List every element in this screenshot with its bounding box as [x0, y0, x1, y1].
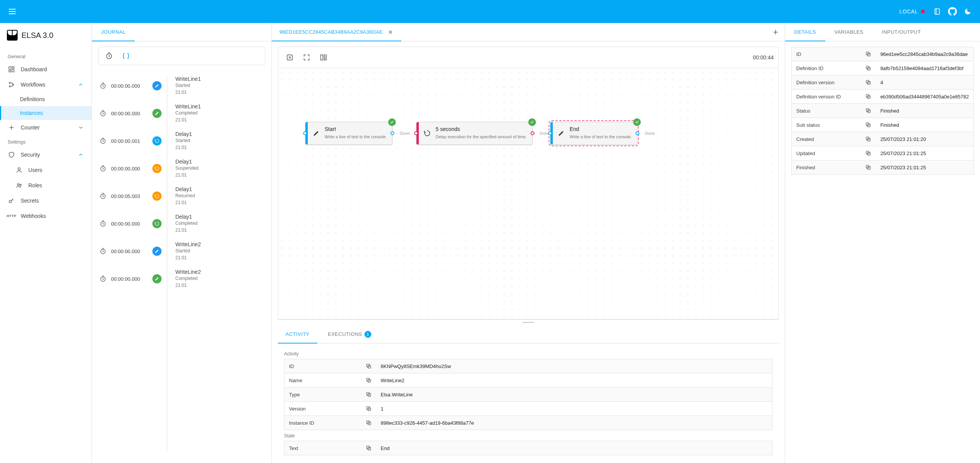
copy-button[interactable] — [361, 441, 376, 455]
sidebar-item-workflows[interactable]: Workflows — [0, 77, 91, 92]
kv-value: 25/07/2023 21:01:25 — [876, 160, 974, 175]
copy-button[interactable] — [361, 416, 376, 430]
journal-brackets-button[interactable] — [118, 48, 134, 64]
sidebar-item-definitions[interactable]: Definitions — [0, 92, 91, 106]
kv-value: Finished — [876, 118, 974, 132]
node-port-in[interactable] — [303, 131, 307, 135]
copy-button[interactable] — [361, 388, 376, 402]
auto-layout-button[interactable] — [317, 51, 330, 64]
tab-label: INPUT/OUTPUT — [882, 29, 921, 35]
kv-table: Text End — [284, 441, 773, 455]
node-port-out[interactable] — [635, 131, 639, 135]
add-tab-button[interactable] — [766, 23, 785, 41]
journal-row[interactable]: 00:00:00.000 WriteLine1 Started 21:01 — [92, 72, 271, 100]
theme-toggle[interactable] — [960, 4, 975, 19]
section-label: Activity — [284, 351, 773, 357]
journal-timer-button[interactable] — [101, 48, 117, 64]
tab-variables[interactable]: VARIABLES — [825, 23, 873, 41]
node-check-icon — [388, 118, 396, 126]
tab-details[interactable]: DETAILS — [785, 23, 825, 41]
journal-list[interactable]: 00:00:00.000 WriteLine1 Started 21:01 00… — [92, 65, 271, 463]
sidebar-item-dashboard[interactable]: Dashboard — [0, 62, 91, 77]
journal-status: Completed — [175, 220, 198, 227]
copy-button[interactable] — [861, 104, 876, 118]
journal-text: Delay1 Suspended 21:01 — [175, 159, 199, 178]
sidebar-item-roles[interactable]: Roles — [0, 178, 91, 193]
canvas-tabbar: 96ED1EE5CC2845CAB34B9AA2C9A36DAE — [272, 23, 785, 41]
activity-panel: ACTIVITY EXECUTIONS 1 Activity ID 8KNPwQ… — [278, 319, 779, 463]
copy-button[interactable] — [861, 75, 876, 90]
copy-button[interactable] — [861, 47, 876, 61]
journal-text: WriteLine1 Completed 21:01 — [175, 103, 201, 123]
table-row: Definition ID 8afb7b52159e4094aad1716af3… — [792, 61, 974, 75]
timeline-line — [167, 77, 167, 452]
sidebar-item-counter[interactable]: Counter — [0, 120, 91, 135]
copy-button[interactable] — [861, 132, 876, 146]
node-port-out[interactable] — [390, 131, 394, 135]
journal-row[interactable]: 00:00:00.001 Delay1 Started 21:01 — [92, 127, 271, 155]
menu-button[interactable] — [5, 4, 20, 19]
kv-key: ID — [792, 47, 861, 61]
timer-icon — [100, 193, 106, 200]
journal-title: Delay1 — [175, 131, 192, 137]
tab-journal[interactable]: JOURNAL — [92, 23, 135, 41]
timer-icon — [100, 275, 106, 282]
fullscreen-button[interactable] — [300, 51, 314, 64]
canvas-tab[interactable]: 96ED1EE5CC2845CAB34B9AA2C9A36DAE — [272, 23, 401, 41]
journal-row[interactable]: 00:00:00.000 WriteLine2 Started 21:01 — [92, 237, 271, 265]
environment-indicator[interactable]: LOCAL — [900, 8, 925, 15]
workflow-icon — [8, 81, 15, 88]
sidebar-item-webhooks[interactable]: HTTP Webhooks — [0, 208, 91, 224]
table-row: Definition version 4 — [792, 75, 974, 90]
sidebar-item-users[interactable]: Users — [0, 162, 91, 178]
docs-button[interactable] — [929, 4, 945, 19]
copy-button[interactable] — [861, 90, 876, 104]
workflow-node[interactable]: Start Write a line of text to the consol… — [305, 122, 392, 145]
copy-button[interactable] — [361, 373, 376, 388]
journal-time: 21:01 — [175, 282, 201, 289]
zoom-fit-button[interactable] — [283, 51, 297, 64]
close-icon[interactable] — [387, 29, 394, 35]
kv-key: Definition version ID — [792, 90, 861, 104]
sidebar-item-label: Webhooks — [21, 213, 46, 219]
workflow-node[interactable]: 5 seconds Delay execution for the specif… — [416, 122, 532, 145]
copy-button[interactable] — [861, 61, 876, 75]
kv-key: Type — [284, 388, 361, 402]
panel-drag-handle[interactable] — [278, 320, 779, 325]
journal-row[interactable]: 00:00:00.000 WriteLine2 Completed 21:01 — [92, 265, 271, 293]
user-icon — [15, 166, 23, 174]
journal-row[interactable]: 00:00:00.000 WriteLine1 Completed 21:01 — [92, 100, 271, 127]
node-port-out[interactable] — [531, 131, 534, 135]
copy-button[interactable] — [861, 146, 876, 160]
tab-input-output[interactable]: INPUT/OUTPUT — [873, 23, 930, 41]
table-row: Sub status Finished — [792, 118, 974, 132]
table-row: Finished 25/07/2023 21:01:25 — [792, 160, 974, 175]
copy-button[interactable] — [361, 359, 376, 373]
sidebar-item-security[interactable]: Security — [0, 147, 91, 162]
tab-activity[interactable]: ACTIVITY — [278, 325, 317, 343]
kv-value: 898ec333-c926-4457-ad19-6ba43f88a77e — [376, 416, 773, 430]
copy-button[interactable] — [861, 160, 876, 175]
canvas-tab-title: 96ED1EE5CC2845CAB34B9AA2C9A36DAE — [279, 29, 383, 35]
node-port-in[interactable] — [548, 131, 552, 135]
timer-icon — [100, 248, 106, 255]
journal-row[interactable]: 00:00:00.000 Delay1 Completed 21:01 — [92, 210, 271, 237]
journal-row[interactable]: 00:00:05.003 Delay1 Resumed 21:01 — [92, 182, 271, 210]
journal-timestamp: 00:00:00.000 — [111, 221, 148, 227]
workflow-node[interactable]: End Write a line of text to the console.… — [550, 122, 637, 145]
sidebar-item-secrets[interactable]: Secrets — [0, 193, 91, 208]
node-port-in[interactable] — [414, 131, 418, 135]
github-button[interactable] — [945, 4, 960, 19]
journal-panel: JOURNAL 00:00:00.000 WriteLine1 Started … — [92, 23, 272, 463]
tab-executions[interactable]: EXECUTIONS 1 — [320, 325, 379, 343]
copy-button[interactable] — [361, 402, 376, 416]
workflow-canvas[interactable]: Start Write a line of text to the consol… — [278, 68, 779, 319]
brand[interactable]: ELSA 3.0 — [0, 23, 91, 50]
sidebar-item-instances[interactable]: Instances — [0, 106, 91, 120]
tab-label: EXECUTIONS — [328, 331, 363, 337]
kv-value: 25/07/2023 21:01:20 — [876, 132, 974, 146]
copy-button[interactable] — [861, 118, 876, 132]
sidebar-section-settings: Settings — [0, 135, 91, 147]
journal-row[interactable]: 00:00:00.000 Delay1 Suspended 21:01 — [92, 155, 271, 182]
journal-text: WriteLine1 Started 21:01 — [175, 76, 201, 96]
